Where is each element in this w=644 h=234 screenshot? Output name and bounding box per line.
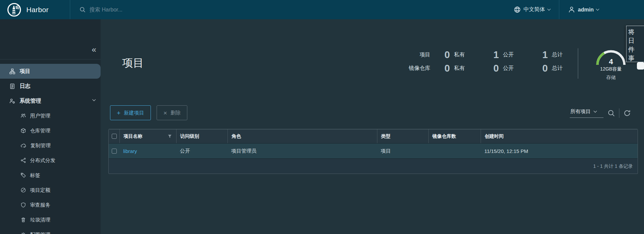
filter-bar: 所有项目 [570, 108, 631, 118]
storage-used-value: 4 [593, 57, 628, 66]
clipped-side-panel: 将 日 件 事 [626, 26, 644, 62]
storage-label: 存储 [593, 75, 628, 81]
brand[interactable]: Harbor [0, 0, 70, 19]
filter-selected-label: 所有项目 [570, 108, 591, 115]
sidebar-item-label: 配置管理 [30, 232, 50, 234]
header-checkbox-cell [109, 129, 119, 143]
sidebar-item-label: 标签 [30, 172, 40, 179]
language-selector[interactable]: 中文简体 [514, 6, 550, 13]
search-input[interactable] [89, 6, 264, 13]
table-row: library 公开 项目管理员 项目 11/15/20, 12:15 PM [109, 144, 638, 159]
user-icon [568, 6, 575, 13]
storage-capacity-label: 12GB容量 [593, 66, 628, 72]
stat-private: 0 私有 [430, 49, 479, 60]
sidebar-item-label: 审查服务 [30, 202, 50, 208]
cell-repo-count [428, 144, 481, 158]
sidebar-item-logs[interactable]: 日志 [0, 79, 101, 94]
sidebar-item-quotas[interactable]: 项目定额 [0, 183, 101, 198]
sidebar-item-label: 复制管理 [30, 142, 51, 149]
gear-icon [21, 232, 26, 234]
stats-row-projects: 项目 0 私有 1 公开 1 总计 [402, 48, 577, 61]
project-stats: 项目 0 私有 1 公开 1 总计 镜像仓库 0 私有 [402, 48, 577, 75]
sidebar-item-projects[interactable]: 项目 [0, 64, 101, 79]
delete-button[interactable]: × 删除 [157, 105, 187, 120]
sidebar-item-configuration[interactable]: 配置管理 [0, 227, 101, 234]
sidebar-item-users[interactable]: 用户管理 [0, 108, 101, 123]
shield-icon [21, 202, 26, 208]
refresh-icon[interactable] [623, 109, 631, 117]
projects-icon [9, 69, 15, 74]
filter-funnel-icon[interactable] [168, 134, 172, 138]
sidebar: « 项目 日志 [0, 19, 101, 234]
sidebar-item-labels[interactable]: 标签 [0, 168, 101, 183]
globe-icon [514, 6, 521, 13]
close-icon: × [163, 110, 167, 116]
sidebar-item-distribution[interactable]: 分布式分发 [0, 153, 101, 168]
tag-icon [21, 173, 26, 178]
user-menu[interactable]: admin [568, 6, 599, 13]
table-header-row: 项目名称 访问级别 角色 类型 镜像仓库数 创建时间 [109, 129, 638, 144]
new-project-button[interactable]: + 新建项目 [110, 105, 151, 120]
stats-label: 镜像仓库 [402, 65, 430, 72]
sidebar-item-administration[interactable]: 系统管理 [0, 94, 101, 108]
chevron-down-icon [596, 7, 599, 11]
sidebar-item-registries[interactable]: 仓库管理 [0, 123, 101, 138]
cube-icon [21, 128, 26, 133]
sidebar-item-gc[interactable]: 垃圾清理 [0, 212, 101, 227]
sidebar-item-interrogation[interactable]: 审查服务 [0, 198, 101, 212]
row-checkbox[interactable] [112, 149, 117, 154]
panel-char: 事 [628, 54, 644, 63]
column-repo-count: 镜像仓库数 [428, 129, 481, 143]
stat-public: 1 公开 [479, 49, 528, 60]
logs-icon [9, 83, 15, 89]
sidebar-nav: 项目 日志 系统管理 [0, 64, 101, 234]
table-toolbar: + 新建项目 × 删除 [110, 105, 187, 120]
username-label: admin [578, 7, 594, 13]
column-creation-time: 创建时间 [481, 129, 638, 143]
sidebar-item-label: 用户管理 [30, 113, 50, 119]
panel-char: 件 [628, 45, 644, 54]
cloud-sync-icon [21, 143, 26, 149]
users-icon [21, 113, 26, 119]
meter-icon [21, 187, 26, 193]
cell-access-level: 公开 [176, 144, 227, 158]
trash-icon [21, 217, 26, 223]
column-type: 类型 [377, 129, 428, 143]
brand-title: Harbor [26, 6, 49, 14]
sidebar-item-replications[interactable]: 复制管理 [0, 138, 101, 153]
sidebar-item-label: 项目 [20, 68, 30, 75]
cell-creation-time: 11/15/20, 12:15 PM [481, 144, 638, 158]
sidebar-item-label: 项目定额 [30, 187, 50, 193]
app-header: Harbor 中文简体 [0, 0, 644, 19]
sidebar-item-label: 仓库管理 [30, 128, 50, 134]
column-project-name: 项目名称 [119, 129, 176, 143]
search-icon [79, 6, 86, 13]
chevron-down-icon [547, 7, 551, 11]
harbor-app: Harbor 中文简体 [0, 0, 644, 234]
column-role: 角色 [227, 129, 377, 143]
stats-row-repositories: 镜像仓库 0 私有 0 公开 0 总计 [402, 61, 577, 75]
cell-role: 项目管理员 [227, 144, 377, 158]
filter-divider [619, 108, 619, 118]
header-actions: 中文简体 admin [514, 0, 599, 19]
select-all-checkbox[interactable] [112, 134, 117, 139]
admin-icon [9, 98, 15, 104]
panel-char: 日 [628, 36, 644, 45]
sidebar-item-label: 分布式分发 [30, 157, 55, 164]
chevron-down-icon [92, 98, 96, 101]
stat-private: 0 私有 [430, 63, 479, 74]
projects-table: 项目名称 访问级别 角色 类型 镜像仓库数 创建时间 library 公 [108, 129, 638, 174]
chevron-down-icon [594, 109, 597, 113]
project-link[interactable]: library [123, 148, 137, 154]
table-footer: 1 - 1 共计 1 条记录 [109, 159, 638, 174]
sidebar-collapse-button[interactable]: « [92, 46, 96, 54]
stat-total: 0 总计 [528, 63, 577, 74]
row-checkbox-cell [109, 144, 119, 158]
table-search-icon[interactable] [608, 109, 615, 117]
record-count: 1 - 1 共计 1 条记录 [593, 163, 633, 169]
language-label: 中文简体 [524, 6, 545, 13]
project-type-filter[interactable]: 所有项目 [570, 108, 603, 118]
sidebar-item-label: 垃圾清理 [30, 217, 50, 223]
stats-label: 项目 [402, 51, 430, 58]
storage-gauge: 4 12GB容量 存储 [593, 49, 628, 81]
